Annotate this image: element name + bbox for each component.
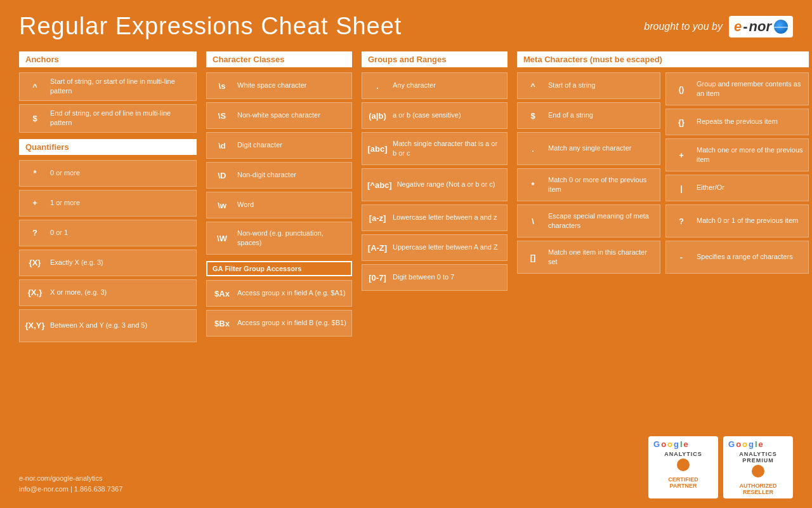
groups-ranges-header: Groups and Ranges — [362, 51, 508, 67]
badge2-analytics: ANALYTICSPREMIUM — [728, 451, 788, 464]
meta-dot: . Match any single character — [517, 132, 660, 165]
meta-star: * Match 0 or more of the previous item — [517, 168, 660, 201]
logo-nor: nor — [749, 18, 771, 35]
footer: e-nor.com/google-analytics info@e-nor.co… — [19, 473, 122, 495]
gr-abc-desc: Match single character that is a or b or… — [393, 139, 502, 159]
cc-d-desc: Digit character — [237, 140, 282, 150]
quant-question: ? 0 or 1 — [19, 220, 197, 246]
meta-pipe: | Either/Or — [665, 175, 809, 201]
quant-question-key: ? — [25, 228, 45, 237]
ga-bx-key: $Bx — [212, 319, 232, 328]
enor-logo: e - nor — [729, 16, 793, 37]
meta-brackets: [] Match one item in this character set — [517, 241, 660, 274]
cc-W-desc: Non-word (e.g. punctuation, spaces) — [237, 229, 346, 248]
cc-D-desc: Non-digit character — [237, 170, 296, 180]
header: Regular Expressions Cheat Sheet brought … — [19, 13, 793, 40]
brought-text: brought to you by — [644, 21, 723, 32]
meta-two-col: ^ Start of a string $ End of a string . … — [517, 72, 809, 277]
char-classes-header: Character Classes — [206, 51, 352, 67]
col-char-classes: Character Classes \s White space charact… — [206, 51, 352, 345]
gr-07-desc: Digit between 0 to 7 — [393, 272, 454, 282]
meta-plus: + Match one or more of the previous item — [665, 138, 809, 171]
quantifiers-header: Quantifiers — [19, 139, 197, 155]
footer-phone: 1.866.638.7367 — [74, 485, 122, 493]
gr-dot-desc: Any character — [393, 81, 436, 90]
gr-AZ-desc: Uppercase letter between A and Z — [393, 243, 498, 252]
cc-w-key: \w — [212, 201, 232, 210]
cc-S-desc: Non-white space character — [237, 110, 320, 120]
gr-dot: . Any character — [362, 72, 508, 99]
quant-xy: {X,Y} Between X and Y (e.g. 3 and 5) — [19, 309, 197, 342]
cc-W: \W Non-word (e.g. punctuation, spaces) — [206, 222, 352, 255]
ga-header: GA Filter Group Accessors — [206, 261, 352, 276]
meta-question-key: ? — [671, 217, 691, 226]
footer-website: e-nor.com/google-analytics — [19, 473, 122, 485]
badge1-cert: CERTIFIEDPARTNER — [653, 476, 713, 489]
col-anchors-quantifiers: Anchors ^ Start of string, or start of l… — [19, 51, 197, 345]
cc-W-key: \W — [212, 234, 232, 243]
quant-xcomma: {X,} X or more, (e.g. 3) — [19, 279, 197, 306]
ga-ax: $Ax Access group x in field A (e.g. $A1) — [206, 280, 352, 307]
gr-AZ-key: [A-Z] — [367, 243, 388, 253]
meta-plus-desc: Match one or more of the previous item — [697, 145, 803, 165]
quant-plus-desc: 1 or more — [50, 198, 80, 208]
meta-brackets-desc: Match one item in this character set — [548, 248, 655, 267]
google-logo-1: G o o g l e — [653, 439, 713, 449]
quant-plus: + 1 or more — [19, 190, 197, 217]
cc-S-key: \S — [212, 111, 232, 121]
ga-bx-desc: Access group x in field B (e.g. $B1) — [237, 318, 346, 328]
badge1-icon — [677, 458, 690, 471]
quant-xy-key: {X,Y} — [25, 321, 45, 330]
meta-parens-key: () — [671, 84, 691, 94]
anchor-caret: ^ Start of string, or start of line in m… — [19, 72, 197, 101]
quant-question-desc: 0 or 1 — [50, 228, 68, 237]
cc-s-desc: White space character — [237, 81, 306, 90]
gr-az-key: [a-z] — [367, 213, 388, 223]
gr-az: [a-z] Lowercase letter between a and z — [362, 204, 508, 231]
meta-backslash-key: \ — [523, 217, 543, 226]
meta-pipe-desc: Either/Or — [697, 183, 724, 192]
ga-ax-desc: Access group x in field A (e.g. $A1) — [237, 288, 346, 298]
logo-globe — [774, 20, 788, 34]
badge2-cert: AUTHORIZEDRESELLER — [728, 483, 788, 495]
quant-plus-key: + — [25, 198, 45, 208]
gr-az-desc: Lowercase letter between a and z — [393, 213, 497, 222]
cc-s-key: \s — [212, 81, 232, 91]
quant-x-desc: Exactly X (e.g. 3) — [50, 258, 103, 267]
gr-abc: [abc] Match single character that is a o… — [362, 132, 508, 165]
meta-parens-desc: Group and remember contents as an item — [697, 79, 803, 99]
meta-brackets-key: [] — [523, 253, 543, 262]
anchor-caret-key: ^ — [25, 82, 45, 91]
meta-braces-desc: Repeats the previous item — [697, 117, 778, 126]
meta-left-col: ^ Start of a string $ End of a string . … — [517, 72, 660, 277]
gr-or-key: (a|b) — [367, 111, 388, 121]
anchor-dollar-desc: End of string, or end of line in multi-l… — [50, 109, 191, 128]
footer-email: info@e-nor.com — [19, 485, 69, 493]
quant-xy-desc: Between X and Y (e.g. 3 and 5) — [50, 321, 147, 330]
cc-S: \S Non-white space character — [206, 102, 352, 129]
cc-D: \D Non-digit character — [206, 162, 352, 189]
footer-contact: info@e-nor.com | 1.866.638.7367 — [19, 484, 122, 495]
meta-pipe-key: | — [671, 184, 691, 193]
cc-d: \d Digit character — [206, 132, 352, 159]
gr-07-key: [0-7] — [367, 273, 388, 283]
meta-right-col: () Group and remember contents as an ite… — [665, 72, 809, 277]
meta-hyphen-key: - — [671, 253, 691, 262]
col-groups-ranges: Groups and Ranges . Any character (a|b) … — [362, 51, 508, 345]
quant-xcomma-key: {X,} — [25, 288, 45, 297]
quant-star: * 0 or more — [19, 160, 197, 187]
cc-s: \s White space character — [206, 72, 352, 99]
quant-x: {X} Exactly X (e.g. 3) — [19, 250, 197, 276]
gr-nabc-desc: Negative range (Not a or b or c) — [397, 180, 495, 189]
brand-area: brought to you by e - nor — [644, 16, 793, 37]
quant-x-key: {X} — [25, 258, 45, 267]
anchor-dollar-key: $ — [25, 114, 45, 123]
meta-star-desc: Match 0 or more of the previous item — [548, 175, 655, 195]
meta-hyphen-desc: Specifies a range of characters — [697, 252, 793, 262]
meta-backslash-desc: Escape special meaning of meta character… — [548, 211, 655, 231]
gr-abc-key: [abc] — [367, 144, 388, 154]
cc-D-key: \D — [212, 171, 232, 180]
badge-authorized: G o o g l e ANALYTICSPREMIUM AUTHORIZEDR… — [723, 436, 793, 498]
meta-star-key: * — [523, 180, 543, 190]
logo-dash: - — [743, 18, 747, 35]
